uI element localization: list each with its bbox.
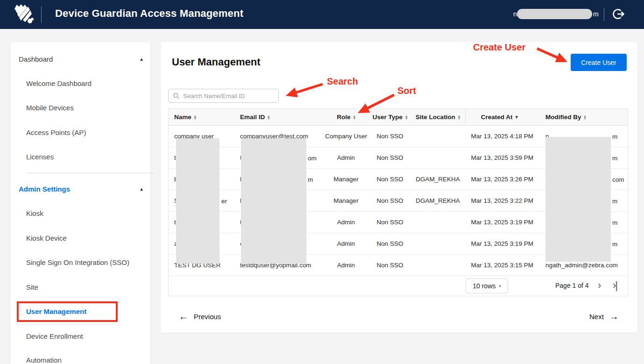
cell-modified-by-suffix: m <box>612 219 617 226</box>
next-button[interactable]: Next → <box>589 311 619 322</box>
logout-icon[interactable] <box>612 7 625 21</box>
app-title: Device Guardian Access Management <box>55 7 243 20</box>
cell-role: Admin <box>323 255 369 276</box>
cell-created-at: Mar 13, 2025 3:19 PM <box>465 233 540 254</box>
cell-site-location <box>410 126 465 147</box>
cell-site-location <box>410 212 465 233</box>
cell-modified-by-suffix: m <box>612 240 617 247</box>
cell-created-at: Mar 13, 2025 3:26 PM <box>465 169 540 190</box>
create-user-button[interactable]: Create User <box>571 54 627 71</box>
top-header-bar: Device Guardian Access Management n m <box>0 0 644 29</box>
header-divider <box>41 6 42 23</box>
next-page-icon[interactable]: › <box>598 279 601 292</box>
table-footer: 10 rows ▾ Page 1 of 4 › ›| <box>169 276 628 296</box>
cell-user-type: Non SSO <box>369 147 410 168</box>
sidebar-item-automation[interactable]: Automation <box>10 351 150 364</box>
cell-user-type: Non SSO <box>369 233 410 254</box>
cell-site-location <box>410 147 465 168</box>
sort-desc-icon: ▾ <box>516 114 518 120</box>
sort-icon: ▴▾ <box>354 115 355 120</box>
sidebar-item-sso[interactable]: Single Sign On Integration (SSO) <box>10 254 150 271</box>
cell-created-at: Mar 13, 2025 3:15 PM <box>465 255 540 276</box>
sidebar-divider <box>27 173 154 173</box>
user-email-suffix: m <box>593 10 599 18</box>
sidebar-item-dashboard[interactable]: Dashboard ▲ <box>10 50 150 68</box>
chevron-down-icon: ▾ <box>499 284 501 288</box>
table-header-row: Name▴▾ Email ID▴▾ Role▴▾ User Type▴▾ Sit… <box>169 109 628 126</box>
arrow-right-icon: → <box>609 311 619 322</box>
sidebar-item-admin-settings[interactable]: Admin Settings ▲ <box>10 180 150 198</box>
column-header-email[interactable]: Email ID▴▾ <box>233 109 323 125</box>
sidebar-item-device-enrollment[interactable]: Device Enrollment <box>10 328 150 345</box>
sidebar-item-kiosk-device[interactable]: Kiosk Device <box>10 229 150 247</box>
cell-email-suffix: om <box>308 154 317 161</box>
column-header-modified-by[interactable]: Modified By▴▾ <box>540 109 629 125</box>
cell-modified-by-suffix: m <box>612 133 617 140</box>
column-header-name[interactable]: Name▴▾ <box>169 109 233 125</box>
cell-modified-by-suffix: m <box>612 197 617 204</box>
cell-role: Admin <box>323 212 369 233</box>
rows-per-page-select[interactable]: 10 rows ▾ <box>466 278 508 293</box>
cell-role: Admin <box>323 233 369 254</box>
sidebar-item-user-management[interactable]: User Management <box>10 303 150 321</box>
cell-created-at: Mar 13, 2025 3:22 PM <box>465 190 540 211</box>
cell-user-type: Non SSO <box>369 169 410 190</box>
user-email-prefix: n <box>513 10 517 18</box>
cell-role: Admin <box>323 147 369 168</box>
annotation-sort-label: Sort <box>397 86 416 96</box>
cell-role: Company User <box>323 126 369 147</box>
sort-icon: ▴▾ <box>584 115 586 120</box>
previous-button[interactable]: ← Previous <box>179 311 221 322</box>
cell-user-type: Non SSO <box>369 190 410 211</box>
sidebar: Dashboard ▲ Welcome Dashboard Mobile Dev… <box>10 42 150 364</box>
header-divider-2 <box>604 8 604 21</box>
sort-icon: ▴▾ <box>194 115 196 120</box>
cell-user-type: Non SSO <box>369 126 410 147</box>
sidebar-item-welcome-dashboard[interactable]: Welcome Dashboard <box>10 75 150 93</box>
column-header-user-type[interactable]: User Type▴▾ <box>369 109 410 125</box>
search-box[interactable] <box>168 89 279 103</box>
cell-modified-by-suffix: com <box>612 176 624 183</box>
annotation-search-label: Search <box>327 76 358 87</box>
page-info: Page 1 of 4 <box>555 282 589 289</box>
zebra-logo-icon <box>13 4 36 25</box>
arrow-left-icon: ← <box>179 311 188 322</box>
cell-created-at: Mar 13, 2025 3:59 PM <box>465 147 540 168</box>
search-input[interactable] <box>183 93 272 100</box>
cell-modified-by-suffix: m <box>612 154 617 161</box>
cell-created-at: Mar 13, 2025 3:19 PM <box>465 212 540 233</box>
cell-role: Manager <box>323 190 369 211</box>
sort-icon: ▴▾ <box>405 115 407 120</box>
cell-user-type: Non SSO <box>369 212 410 233</box>
cell-site-location: DGAM_REKHA <box>410 169 465 190</box>
cell-user-type: Non SSO <box>369 255 410 276</box>
redaction-box-email-column <box>241 138 306 264</box>
column-header-role[interactable]: Role▴▾ <box>323 109 369 125</box>
sidebar-item-kiosk[interactable]: Kiosk <box>10 205 150 222</box>
last-page-icon[interactable]: ›| <box>613 279 617 292</box>
column-header-created-at[interactable]: Created At▾ <box>465 109 540 125</box>
sidebar-item-site[interactable]: Site <box>10 278 150 296</box>
chevron-up-icon: ▲ <box>139 180 144 198</box>
cell-created-at: Mar 13, 2025 4:18 PM <box>465 126 540 147</box>
search-icon <box>173 93 180 100</box>
cell-email-suffix: m <box>308 176 313 183</box>
redaction-box-name-column <box>176 138 219 264</box>
redaction-box-modified-column <box>545 137 611 262</box>
cell-site-location <box>410 233 465 254</box>
sort-icon: ▴▾ <box>268 115 269 120</box>
column-header-site-location[interactable]: Site Location▴▾ <box>410 109 465 125</box>
chevron-up-icon: ▲ <box>139 50 144 68</box>
sidebar-item-licenses[interactable]: Licenses <box>10 148 150 166</box>
cell-site-location: DGAM_REKHA <box>410 190 465 211</box>
annotation-create-user-label: Create User <box>473 42 525 53</box>
cell-name-suffix: er <box>221 197 227 204</box>
cell-role: Manager <box>323 169 369 190</box>
cell-site-location <box>410 255 465 276</box>
sort-icon: ▴▾ <box>458 115 460 120</box>
sidebar-item-access-points[interactable]: Access Points (AP) <box>10 124 150 142</box>
page-title: User Management <box>172 56 261 68</box>
sidebar-item-mobile-devices[interactable]: Mobile Devices <box>10 99 150 117</box>
user-email-redaction <box>517 9 592 19</box>
